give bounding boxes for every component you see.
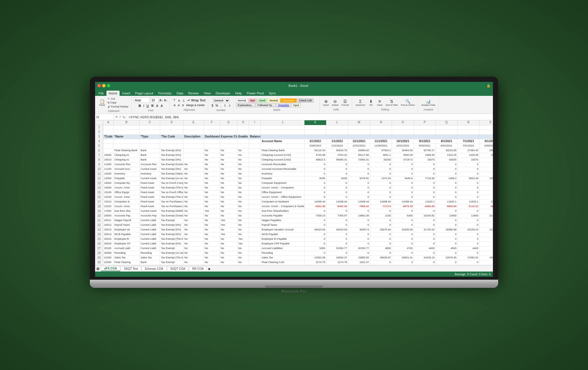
cell-j4[interactable]: Account Name [261, 139, 304, 144]
cell-d4[interactable] [160, 139, 183, 144]
cell-val-2[interactable]: 35907.6 [348, 228, 370, 232]
cell-code[interactable]: 15210 [103, 200, 113, 204]
cell-code[interactable]: 20015 [103, 237, 113, 242]
cell-name[interactable]: Payroll Taxes [113, 223, 140, 228]
col-header-j[interactable]: J [261, 120, 304, 125]
cell-name[interactable]: Computer Eq [113, 181, 140, 186]
cell-val-3[interactable]: 0 [370, 181, 392, 186]
cell-val-3[interactable]: 4831.1 [370, 153, 392, 158]
neutral-style[interactable]: Neutral [268, 98, 280, 103]
cell-b3[interactable]: *Name [113, 135, 140, 139]
cell-type[interactable]: Current Asset [140, 167, 160, 172]
autosum-button[interactable]: Σ AutoSum [354, 99, 366, 107]
cell-val-4[interactable]: 0 [392, 223, 414, 228]
cell-val-6[interactable]: 0 [436, 167, 458, 172]
cell-account-name[interactable]: Float Clearing CAD [261, 260, 304, 265]
cell-type[interactable]: Current Liabil [140, 237, 160, 242]
cell-val-2[interactable]: 0 [348, 209, 370, 214]
cell-bal[interactable] [249, 214, 261, 218]
cell-code[interactable]: 22000 [103, 260, 113, 265]
cell-desc[interactable]: No [183, 181, 204, 186]
col-header-i[interactable]: I [249, 120, 261, 125]
cell-val-8[interactable]: 11620.1 [480, 200, 493, 204]
cell-val-2[interactable]: 0 [348, 232, 370, 237]
cell-desc[interactable]: No [183, 260, 204, 265]
cell-n5[interactable]: 11/30/2021 [370, 144, 392, 148]
cell-val-5[interactable]: -6084.86 [414, 205, 436, 209]
sheet-tab-ufs-coa[interactable]: uFS COA [101, 266, 120, 271]
tab-file[interactable]: File [96, 91, 106, 96]
cell-tax[interactable]: Tax on Purchases (0%) [160, 200, 183, 204]
cell-f2[interactable] [204, 130, 220, 134]
cell-dash[interactable]: Yes [204, 209, 220, 214]
cell-type[interactable]: Current Liabil [140, 246, 160, 251]
cell-a1[interactable] [103, 125, 113, 130]
cell-account-name[interactable]: Accum. Amort. - Office Equipment [261, 195, 304, 200]
cell-a3[interactable]: *Code [103, 135, 113, 139]
cell-exp[interactable]: No [220, 242, 237, 246]
cell-dash[interactable]: No [204, 181, 220, 186]
cell-val-4[interactable]: 4700 [392, 246, 414, 251]
cell-name[interactable]: Accounts Pay [113, 214, 140, 218]
cell-m3[interactable] [348, 135, 370, 139]
cell-o1[interactable] [392, 125, 414, 130]
cell-type[interactable]: Fixed Asset [140, 186, 160, 190]
cell-bal[interactable] [249, 219, 261, 223]
cell-bal[interactable] [249, 205, 261, 209]
cell-val-4[interactable]: 0 [392, 260, 414, 265]
cell-val-8[interactable]: 1903.54 [480, 153, 493, 158]
cell-q1[interactable] [436, 125, 458, 130]
cell-c2[interactable] [140, 130, 160, 134]
cell-desc[interactable]: No [183, 232, 204, 237]
clear-button[interactable]: ✕ Clear [376, 99, 384, 107]
cell-val-0[interactable]: 6035 [304, 177, 326, 181]
cell-val-6[interactable]: 0 [436, 219, 458, 223]
cell-code[interactable]: 12000 [103, 172, 113, 176]
find-select-button[interactable]: 🔍 Find & Select [400, 99, 416, 107]
cell-val-2[interactable]: 0 [348, 195, 370, 200]
cell-account-name[interactable]: Chequing Account (USD) [261, 158, 304, 162]
cell-type[interactable]: Fixed Asset [140, 205, 160, 209]
merge-center-button[interactable]: Merge & Center [186, 103, 206, 107]
cell-val-3[interactable]: 4800 [370, 246, 392, 251]
cell-code[interactable]: 20499 [103, 251, 113, 256]
cell-j3[interactable] [261, 135, 304, 139]
cell-val-2[interactable]: 9379.81 [348, 177, 370, 181]
font-family-input[interactable] [134, 98, 150, 103]
cell-val-1[interactable]: 0 [326, 172, 348, 176]
cell-val-6[interactable]: 0 [436, 186, 458, 190]
cell-val-4[interactable]: 0 [392, 209, 414, 214]
cell-val-1[interactable]: 0 [326, 195, 348, 200]
tab-power-pivot[interactable]: Power Pivot [244, 91, 266, 96]
cell-val-7[interactable]: 0 [458, 232, 480, 237]
cell-dash[interactable]: No [204, 149, 220, 153]
cell-tax[interactable]: Tax Exempt (Value of trac [160, 172, 183, 176]
cell-e3[interactable]: Description [183, 135, 204, 139]
cell-type[interactable]: Inventory [140, 172, 160, 176]
cell-pay[interactable]: Yes [237, 237, 249, 242]
cell-j1[interactable] [261, 125, 304, 130]
cell-code[interactable]: 15310 [103, 205, 113, 209]
cell-code[interactable]: 21000 [103, 256, 113, 260]
cell-g5[interactable] [220, 144, 237, 148]
cell-name[interactable]: Accum. Amor [113, 195, 140, 200]
cell-account-name[interactable]: Accrued Accounts Receivable [261, 167, 304, 172]
cell-val-3[interactable]: 0 [370, 191, 392, 195]
cell-val-7[interactable]: 0 [458, 260, 480, 265]
underline-button[interactable]: U [146, 104, 150, 108]
cell-bal[interactable] [249, 153, 261, 158]
cell-code[interactable]: 17000 [103, 209, 113, 214]
cell-account-name[interactable]: Prepaids [261, 177, 304, 181]
cell-val-8[interactable]: 0 [480, 172, 493, 176]
cell-type[interactable]: Current Liabil [140, 219, 160, 223]
cell-d5[interactable] [160, 144, 183, 148]
cell-val-6[interactable]: 0 [436, 242, 458, 246]
cell-i5[interactable] [249, 144, 261, 148]
cell-val-0[interactable]: 0 [304, 232, 326, 237]
cell-tax[interactable]: Tax Exempt [160, 260, 183, 265]
fill-button[interactable]: ⬇ Fill [367, 99, 375, 107]
cell-account-name[interactable]: Float Clearing Bank [261, 149, 304, 153]
cell-val-3[interactable]: 0 [370, 232, 392, 237]
cell-pay[interactable]: No [237, 177, 249, 181]
cell-dash[interactable]: No [204, 195, 220, 200]
